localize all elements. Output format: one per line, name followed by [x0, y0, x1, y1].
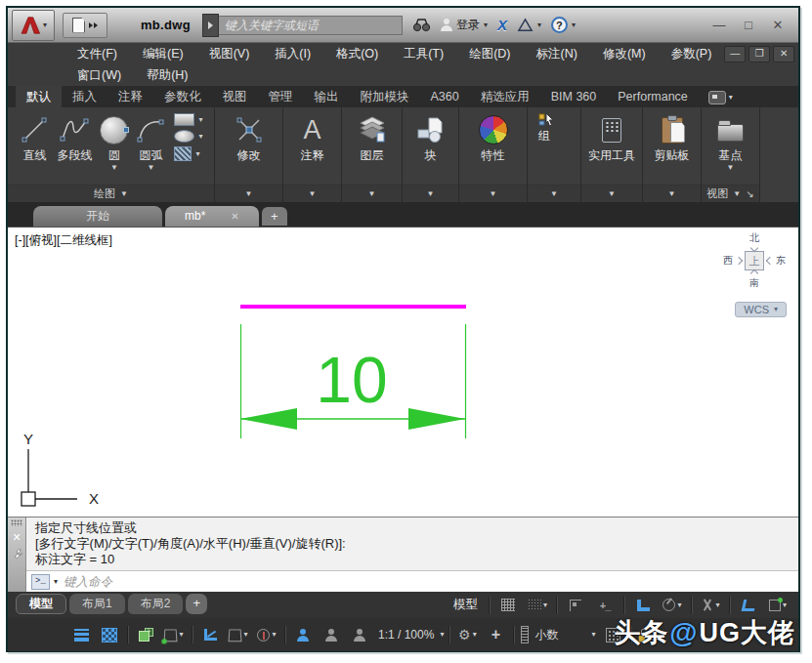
compass-south[interactable]: 南 [749, 276, 759, 290]
block-panel-footer[interactable]: ▼ [403, 185, 458, 202]
layers-button[interactable]: 图层 [355, 110, 390, 164]
workspace-switching-button[interactable]: ⚙ ▾ [454, 624, 480, 645]
menu-tools[interactable]: 工具(T) [391, 43, 456, 64]
selection-filter-toggle[interactable]: ▾ [226, 624, 251, 645]
tab-model[interactable]: 模型 [16, 594, 66, 614]
annotation-visibility-toggle[interactable] [290, 624, 316, 645]
transparency-toggle[interactable] [97, 624, 122, 645]
exchange-apps-button[interactable]: X [497, 17, 507, 33]
menu-draw[interactable]: 绘图(D) [456, 43, 523, 64]
menu-insert[interactable]: 插入(I) [262, 43, 323, 64]
annotate-panel-footer[interactable]: ▼ [283, 185, 341, 202]
block-button[interactable]: 块 [413, 110, 449, 164]
doc-minimize-button[interactable]: — [724, 46, 746, 62]
command-recent-caret-icon[interactable]: ▾ [54, 578, 58, 586]
command-wrench-icon[interactable] [11, 548, 23, 560]
magenta-line-entity[interactable] [240, 305, 466, 309]
tab-layout2[interactable]: 布局2 [128, 594, 184, 614]
dim-arrow-right[interactable] [408, 408, 465, 430]
modify-button[interactable]: 修改 [232, 110, 267, 164]
dynamic-input-toggle[interactable]: +_ [592, 595, 618, 616]
line-button[interactable]: 直线 [17, 110, 52, 164]
ribbon-tab-view[interactable]: 视图 [212, 86, 258, 107]
new-layout-button[interactable]: + [186, 594, 207, 614]
ortho-mode-toggle[interactable] [630, 595, 656, 616]
annotation-scale-caret-icon[interactable]: ▾ [440, 631, 444, 639]
polar-tracking-toggle[interactable]: ▾ [660, 595, 685, 616]
ribbon-tab-a360[interactable]: A360 [420, 86, 470, 107]
file-tab-close-icon[interactable]: ✕ [231, 206, 238, 227]
annotate-button[interactable]: A 注释 [298, 110, 327, 164]
help-button[interactable]: ? ▾ [551, 17, 576, 33]
quick-access-toolbar[interactable] [63, 13, 107, 38]
draw-panel-footer[interactable]: 绘图 ▼ [8, 185, 214, 202]
gizmo-toggle[interactable]: ▾ [254, 624, 279, 645]
clipboard-button[interactable]: 剪贴板 [652, 110, 693, 164]
wcs-dropdown[interactable]: WCS ▾ [735, 302, 787, 317]
a360-button[interactable]: ▾ [517, 18, 541, 32]
sign-in-button[interactable]: 登录 ▾ [441, 17, 488, 33]
arc-button[interactable]: 圆弧 ▼ [133, 110, 168, 174]
ribbon-tab-featured-apps[interactable]: 精选应用 [470, 86, 540, 107]
infer-constraints-toggle[interactable] [563, 595, 588, 616]
utilities-button[interactable]: 实用工具 [585, 110, 638, 164]
view-panel-footer[interactable]: 视图 ▼ ↘ [702, 185, 759, 202]
circle-button[interactable]: 圆 ▼ [97, 110, 131, 174]
dim-text[interactable]: 10 [316, 344, 387, 416]
drawing-entities[interactable]: 10 Y X [8, 228, 798, 516]
command-drag-handle[interactable] [11, 519, 22, 526]
utilities-panel-footer[interactable]: ▼ [581, 185, 642, 202]
menu-view[interactable]: 视图(V) [196, 43, 263, 64]
menu-parametric[interactable]: 参数(P) [659, 43, 725, 64]
drawing-canvas[interactable]: 10 Y X [-][俯视][二维线框] 北 西 上 东 南 [8, 227, 798, 517]
group-button[interactable]: 组 [535, 110, 559, 145]
application-menu-button[interactable]: ▾ [12, 10, 55, 41]
ribbon-tab-parametric[interactable]: 参数化 [153, 86, 212, 107]
ellipse-button[interactable]: ▾ [174, 130, 202, 143]
lineweight-toggle[interactable] [68, 624, 94, 645]
menu-window[interactable]: 窗口(W) [64, 64, 134, 86]
ribbon-tab-insert[interactable]: 插入 [62, 86, 107, 107]
doc-close-button[interactable]: ✕ [773, 46, 794, 62]
dim-arrow-left[interactable] [240, 408, 297, 430]
menu-help[interactable]: 帮助(H) [134, 64, 200, 86]
menu-modify[interactable]: 修改(M) [590, 43, 659, 64]
menu-dimension[interactable]: 标注(N) [524, 43, 590, 64]
command-close-icon[interactable]: ✕ [12, 531, 21, 543]
search-input[interactable] [219, 16, 403, 35]
doc-restore-button[interactable]: ❐ [748, 46, 770, 62]
layers-panel-footer[interactable]: ▼ [342, 185, 402, 202]
search-go-button[interactable] [202, 14, 219, 37]
clipboard-panel-footer[interactable]: ▼ [643, 185, 701, 202]
navigation-compass[interactable]: 北 西 上 东 南 [720, 231, 789, 290]
search-button[interactable] [412, 18, 431, 32]
file-tab-start[interactable]: 开始 [33, 206, 162, 227]
properties-button[interactable]: 特性 [476, 110, 511, 164]
close-button[interactable]: ✕ [763, 8, 792, 42]
maximize-button[interactable]: □ [734, 8, 763, 42]
object-snap-toggle[interactable]: ▾ [765, 595, 791, 616]
ribbon-tab-performance[interactable]: Performance [607, 86, 699, 107]
tab-layout1[interactable]: 布局1 [69, 594, 125, 614]
hatch-button[interactable]: ▾ [174, 146, 202, 161]
ribbon-tab-addins[interactable]: 附加模块 [350, 86, 420, 107]
snap-mode-toggle[interactable]: ▾ [525, 595, 550, 616]
ribbon-tab-manage[interactable]: 管理 [258, 86, 304, 107]
command-input[interactable] [62, 574, 798, 590]
units-button[interactable]: 小数 ▾ [519, 624, 597, 645]
rectangle-button[interactable]: ▾ [174, 113, 202, 126]
object-snap-tracking-toggle[interactable] [736, 595, 761, 616]
model-space-button[interactable]: 模型 [449, 597, 483, 613]
ribbon-tab-output[interactable]: 输出 [304, 86, 350, 107]
selection-cycling-toggle[interactable]: + [133, 624, 158, 645]
compass-east[interactable]: 东 [776, 254, 786, 268]
polyline-button[interactable]: 多段线 [54, 110, 95, 164]
properties-panel-footer[interactable]: ▼ [459, 185, 527, 202]
menu-file[interactable]: 文件(F) [64, 43, 130, 64]
file-tab-mb[interactable]: mb* ✕ [165, 206, 259, 227]
ribbon-tab-home[interactable]: 默认 [16, 86, 62, 107]
new-drawing-tab-button[interactable]: + [262, 207, 287, 226]
compass-west[interactable]: 西 [723, 254, 733, 268]
basepoint-button[interactable]: 基点 ▼ [714, 110, 747, 174]
group-panel-footer[interactable]: ▼ [528, 185, 580, 202]
